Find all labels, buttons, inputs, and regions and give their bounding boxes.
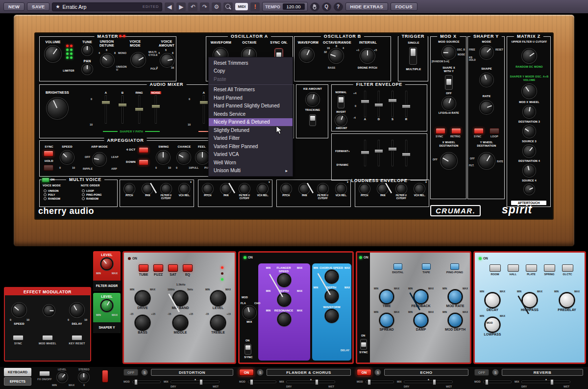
shaper-shape-knob[interactable] [481,74,492,86]
menu-item[interactable]: Paste ▸ [209,75,293,83]
echo-mode[interactable]: DIGITAL [388,263,408,274]
note-order-option[interactable]: RANDOM [82,197,101,200]
fx-knob[interactable] [380,290,393,303]
voice-knob[interactable] [415,184,424,193]
menu-item[interactable]: Varied Filter Panned ▸ [209,142,293,151]
fx-strip-mix-slider[interactable] [404,381,453,383]
preset-selector[interactable]: ★ Erratic Arp EDITED [52,2,162,11]
menu-item[interactable]: Nicely Panned & Detuned ▸ [209,118,293,127]
voice-mode-knob[interactable] [132,53,145,66]
reverb-mode[interactable]: HALL [507,264,519,276]
reverb-power[interactable]: ON [479,257,488,260]
fx-knob[interactable] [326,310,338,322]
distortion-mode[interactable]: TUBE [139,264,148,277]
send-shaper-knob[interactable] [101,300,112,311]
fx-knob[interactable] [278,274,290,286]
envelope-slider[interactable] [362,91,368,117]
new-button[interactable]: NEW [3,2,24,11]
matrix-dest4-knob[interactable] [524,165,535,176]
voice-knob[interactable] [397,184,406,193]
echo-mode[interactable]: TAPE [416,263,437,274]
fx-knob[interactable] [278,313,290,325]
prev-preset-button[interactable]: ◀ [165,2,174,11]
shaper-mode-knob[interactable] [481,47,492,58]
distortion-mode-button[interactable] [168,264,178,272]
help-button[interactable]: ? [334,2,343,11]
hide-extras-button[interactable]: HIDE EXTRAS [345,2,388,11]
fx-strip-name[interactable]: REVERB [502,369,583,376]
fx-strip-mod-slider[interactable] [132,381,161,383]
mixer-slider[interactable] [103,96,109,123]
voice-knob[interactable] [180,184,189,193]
redo-button[interactable]: ↷ [200,2,209,11]
osc-b-interval-knob[interactable] [361,50,374,62]
fxmod-delay-knob[interactable] [71,304,83,316]
distortion-mode[interactable]: EQ [183,264,193,277]
midi-indicator[interactable]: MIDI [235,3,248,10]
envelope-slider[interactable] [376,140,382,166]
arp-sync-button[interactable] [44,151,53,156]
menu-item[interactable]: Hard Panned ▸ [209,94,293,102]
tempo-control[interactable]: TEMPO 120.00 [262,2,307,11]
fx-strip-solo-button[interactable]: S [257,369,264,376]
reverb-mode-button[interactable] [544,264,555,272]
fx-strip-power-button[interactable]: OFF [123,369,138,376]
fx-strip-power-button[interactable]: ON [357,369,371,376]
voice-mode-option[interactable]: UNISON [44,189,60,192]
mixer-slider[interactable] [153,96,159,123]
fx-strip-mix-slider[interactable] [286,381,335,383]
echo-mode-button[interactable] [450,263,459,270]
mixer-slider[interactable] [201,96,207,123]
fx-knob[interactable] [211,291,225,305]
menu-item[interactable]: Needs Service ▸ [209,110,293,118]
osc-b-waveform-knob[interactable] [300,49,313,61]
envelope-slider[interactable] [390,91,395,117]
env-amount-knob[interactable] [336,115,346,125]
voice-knob[interactable] [221,184,230,193]
echo-mode-button[interactable] [422,263,431,270]
mod-source-knob[interactable] [443,47,455,58]
mixer-slider[interactable] [120,96,125,123]
fx-knob[interactable] [486,318,499,332]
voice-knob[interactable] [300,184,309,193]
menu-item[interactable]: Varied VCA ▸ [209,151,293,159]
fx-strip-power-button[interactable]: ON [239,369,254,376]
fx-knob[interactable] [523,293,537,307]
voice-knob[interactable] [360,184,369,193]
pan-knob[interactable] [83,65,92,74]
reverb-mode[interactable]: GLCTC [561,264,574,276]
fx-strip-name[interactable]: DISTORTION [151,369,233,376]
arp-4oct-button[interactable] [139,147,148,153]
distortion-power[interactable]: ON [128,257,137,260]
voice-amount-knob[interactable] [161,54,173,66]
menu-item[interactable]: Reset Trimmers ▸ [209,59,293,67]
fx-knob[interactable] [380,314,393,327]
menu-item[interactable]: Unison Multi ▸ [209,167,293,175]
voice-knob[interactable] [162,184,171,193]
tempo-value[interactable]: 120.00 [283,3,305,10]
matrix-dest3-knob[interactable] [524,126,535,137]
matrix-src3-knob[interactable] [524,146,535,156]
fx-knob[interactable] [415,290,427,303]
next-preset-button[interactable]: ▶ [176,2,186,11]
undo-button[interactable]: ↶ [188,2,197,11]
hand-drag-icon[interactable] [310,2,319,11]
fxmod-speed-knob[interactable] [13,304,25,316]
envelope-slider[interactable] [390,140,395,166]
note-order-option[interactable]: LOOP [82,189,101,192]
fx-strip-power-button[interactable]: OFF [474,369,489,376]
voice-knob[interactable] [337,184,345,193]
voice-mode-option[interactable]: POLY [44,193,60,196]
voice-knob[interactable] [143,184,152,193]
favorite-star-icon[interactable]: ★ [55,4,60,9]
matrix-src4-knob[interactable] [525,185,534,194]
x-wheel-destination-knob[interactable] [441,154,456,168]
fx-strip-solo-button[interactable]: S [492,369,499,376]
distortion-mode-button[interactable] [183,264,193,272]
unison-detune-knob[interactable] [101,54,113,66]
voice-knob[interactable] [258,184,267,193]
matrix-dest1-knob[interactable] [523,50,536,62]
fxmod-keyreset-button[interactable] [72,335,82,340]
voice-knob[interactable] [318,184,327,193]
envelope-slider[interactable] [376,91,382,117]
